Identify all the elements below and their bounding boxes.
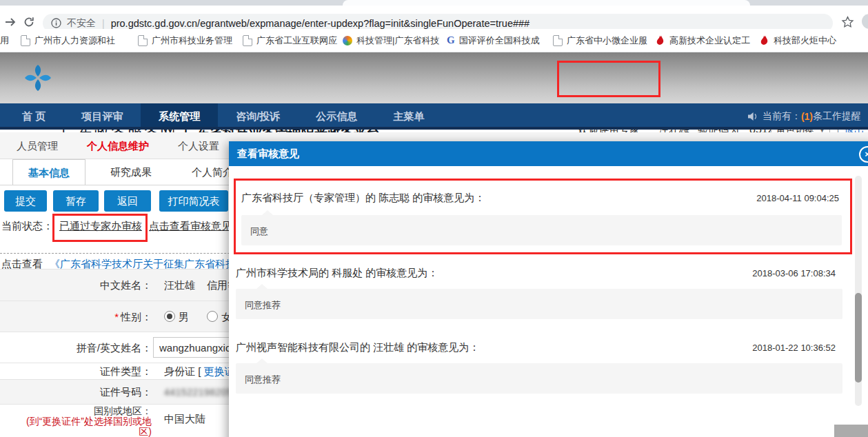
page-icon [243, 35, 252, 46]
bookmark-item[interactable]: 广东省工业互联网应 [243, 29, 337, 52]
opinion-date: 2018-01-22 10:36:52 [752, 343, 836, 353]
tab-personal-profile[interactable]: 个人简介 [192, 159, 233, 185]
subnav-item-personnel[interactable]: 人员管理 [17, 132, 58, 159]
modal-body: 广东省科技厅（专家管理）的 陈志聪 的审核意见为： 2018-04-11 09:… [229, 166, 868, 437]
nav-item-home[interactable]: 首 页 [4, 103, 63, 127]
opinion-body: 同意推荐 [245, 299, 281, 312]
opinion-block-highlighted: 广东省科技厅（专家管理）的 陈志聪 的审核意见为： 2018-04-11 09:… [234, 179, 852, 254]
reminder-suffix: 条工作提醒 [813, 110, 861, 123]
main-nav: 首 页 项目评审 系统管理 咨询/投诉 公示信息 主菜单 [0, 103, 868, 130]
reminder-count: (1) [801, 111, 813, 122]
torch-icon [760, 35, 769, 45]
tab-research-results[interactable]: 研究成果 [110, 159, 152, 185]
address-separator: | [102, 18, 105, 29]
browser-profile-icon[interactable] [862, 14, 868, 29]
forward-icon[interactable] [4, 17, 17, 28]
save-draft-button[interactable]: 暂存 [53, 190, 99, 212]
bookmark-item[interactable]: 高新技术企业认定工 [656, 29, 750, 52]
opinion-body: 同意 [250, 225, 268, 238]
opinion-date: 2018-04-11 09:04:25 [756, 193, 839, 203]
region-label-block: 国别或地区： (到“更换证件”处选择国别或地 区) [0, 406, 152, 437]
portal-logo-icon [23, 63, 52, 92]
tab-basic-info[interactable]: 基本信息 [12, 159, 85, 185]
opinion-header: 广州市科学技术局的 科服处 的审核意见为： [236, 267, 438, 280]
browser-active-tab[interactable] [343, 0, 750, 6]
close-icon[interactable]: × [859, 146, 868, 163]
bookmark-item[interactable]: 科技部火炬中心 [760, 29, 836, 52]
security-label: 不安全 [67, 17, 96, 30]
site-header: 广东政务服务网 广东省科技业务管理阳光政务平台 欢迎评审专家， 汪壮雄， 验证码… [0, 52, 868, 103]
page-icon [21, 35, 30, 46]
opinion-header: 广州视声智能科技有限公司的 汪壮雄 的审核意见为： [236, 341, 479, 354]
reminder-prefix: 当前有： [763, 110, 801, 123]
bookmark-label: 科技管理|广东省科技 [356, 34, 439, 47]
torch-icon [656, 35, 665, 45]
bookmarks-bar: 用 广州市人力资源和社 广州市科技业务管理 广东省工业互联网应 科技管理|广东省… [0, 29, 868, 52]
name-value: 汪壮雄 [164, 270, 195, 301]
opinion-bubble: 同意推荐 [236, 289, 842, 319]
page-icon [553, 35, 563, 46]
back-button[interactable]: 返回 [104, 190, 151, 212]
page-icon [138, 35, 148, 46]
region-label: 国别或地区： [0, 406, 152, 416]
bookmark-label: 广东省工业互联网应 [256, 34, 337, 47]
bookmark-label: 科技部火炬中心 [774, 34, 836, 47]
subnav-item-personal-info[interactable]: 个人信息维护 [87, 132, 149, 159]
pinyin-label: 拼音/英文姓名： [0, 332, 152, 363]
opinion-date: 2018-03-06 17:08:34 [752, 268, 836, 278]
modal-scrollbar-thumb[interactable] [855, 293, 862, 383]
work-reminder[interactable]: 当前有：(1)条工作提醒 [747, 103, 861, 130]
bookmark-item[interactable]: 科技管理|广东省科技 [343, 29, 439, 52]
bookmark-item[interactable]: 广东省中小微企业服 [553, 29, 647, 52]
nav-item-consult[interactable]: 咨询/投诉 [218, 103, 298, 127]
bookmark-item[interactable]: 广州市科技业务管理 [138, 29, 232, 52]
region-note-line2: 区) [0, 427, 152, 437]
gender-male-radio[interactable] [164, 311, 175, 322]
info-icon[interactable] [51, 18, 61, 28]
required-asterisk: * [114, 311, 119, 323]
view-audit-opinion-link[interactable]: 点击查看审核意见 [149, 220, 232, 233]
gender-options: 男 女 [164, 301, 232, 332]
bookmark-item[interactable]: 用 [0, 29, 9, 52]
opinion-block: 广州市科学技术局的 科服处 的审核意见为： 2018-03-06 17:08:3… [236, 267, 848, 340]
bookmark-label: 国评评价全国科技成 [459, 34, 540, 47]
nav-item-main-menu[interactable]: 主菜单 [375, 103, 442, 127]
subnav-item-personal-settings[interactable]: 个人设置 [178, 132, 219, 159]
opinion-block: 广州视声智能科技有限公司的 汪壮雄 的审核意见为： 2018-01-22 10:… [236, 341, 848, 414]
bookmark-item[interactable]: 广州市人力资源和社 [21, 29, 115, 52]
pinwheel-icon [343, 36, 352, 45]
opinion-header: 广东省科技厅（专家管理）的 陈志聪 的审核意见为： [241, 192, 485, 205]
nav-item-system-management[interactable]: 系统管理 [141, 103, 218, 127]
bookmark-label: 用 [0, 34, 9, 47]
submit-button[interactable]: 提交 [4, 190, 47, 212]
bookmark-star-icon[interactable] [841, 16, 854, 29]
speaker-icon [747, 112, 759, 121]
scrollbar-corner [834, 425, 868, 437]
audit-opinion-modal: 查看审核意见 × 广东省科技厅（专家管理）的 陈志聪 的审核意见为： 2018-… [229, 141, 868, 437]
reload-icon[interactable] [23, 17, 35, 28]
cert-no-label: 证件号码： [0, 380, 152, 405]
opinion-bubble: 同意推荐 [236, 363, 842, 394]
gender-female-radio[interactable] [207, 311, 218, 322]
url-text: pro.gdstc.gd.gov.cn/egrantweb/expmanage/… [111, 18, 530, 29]
g-icon: G [447, 34, 455, 46]
gender-label: *性别： [0, 301, 152, 332]
nav-item-project-review[interactable]: 项目评审 [63, 103, 141, 127]
browser-toolbar: 不安全 | pro.gdstc.gd.gov.cn/egrantweb/expm… [0, 6, 868, 29]
opinion-body: 同意推荐 [245, 374, 281, 386]
cert-type-label: 证件类型： [0, 363, 152, 380]
browser-window: 不安全 | pro.gdstc.gd.gov.cn/egrantweb/expm… [0, 0, 868, 437]
bookmark-label: 高新技术企业认定工 [669, 34, 750, 47]
modal-title-bar: 查看审核意见 × [229, 141, 868, 166]
region-note-line1: (到“更换证件”处选择国别或地 [0, 416, 152, 427]
status-value-link[interactable]: 已通过专家办审核 [59, 220, 142, 233]
status-label: 当前状态： [1, 220, 53, 233]
modal-title: 查看审核意见 [237, 148, 299, 159]
gender-male-label: 男 [179, 311, 189, 323]
bookmark-item[interactable]: G国评评价全国科技成 [447, 29, 540, 52]
opinion-bubble: 同意 [241, 215, 842, 245]
print-summary-button[interactable]: 打印简况表 [159, 190, 228, 212]
browser-tab-strip [0, 0, 868, 6]
bookmark-label: 广东省中小微企业服 [567, 34, 647, 47]
nav-item-public-info[interactable]: 公示信息 [298, 103, 375, 127]
